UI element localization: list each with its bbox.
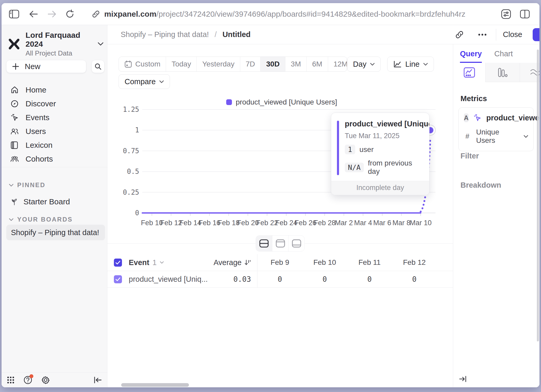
date-column-header[interactable]: Feb 12 — [392, 258, 437, 267]
sidebar-item-lexicon[interactable]: Lexicon — [6, 138, 104, 152]
pinned-section-header[interactable]: PINNED — [9, 181, 46, 189]
forward-icon[interactable] — [46, 8, 58, 20]
chevron-down-icon — [9, 184, 14, 187]
select-all-checkbox[interactable] — [114, 259, 122, 267]
date-column-header[interactable]: Feb 11 — [347, 258, 392, 267]
plus-icon — [12, 63, 19, 70]
split-view-icon[interactable] — [519, 8, 531, 20]
sidebar-item-starter-board[interactable]: Starter Board — [6, 194, 104, 209]
browser-toolbar: mixpanel.com/project/3472420/view/397469… — [2, 3, 539, 25]
apps-grid-icon[interactable] — [7, 376, 15, 384]
legend-swatch — [226, 99, 232, 105]
sidebar-item-discover[interactable]: Discover — [6, 97, 104, 111]
svg-text:Feb 22: Feb 22 — [256, 219, 278, 227]
filter-section-label: Filter — [460, 152, 479, 160]
table-header-row: Event 1 Average Feb 9 Feb 10 Feb 11 Feb … — [107, 254, 453, 271]
chevron-down-icon — [160, 261, 164, 264]
range-3m[interactable]: 3M — [285, 57, 306, 71]
more-options-icon[interactable] — [476, 33, 489, 36]
date-column-header[interactable]: Feb 10 — [302, 258, 347, 267]
vertical-scrollbar-thumb[interactable] — [537, 50, 539, 341]
address-bar[interactable]: mixpanel.com/project/3472420/view/397469… — [104, 10, 465, 19]
svg-text:Feb 26: Feb 26 — [294, 219, 316, 227]
range-30d-active[interactable]: 30D — [260, 57, 285, 71]
svg-text:Feb 24: Feb 24 — [275, 219, 297, 227]
range-6m[interactable]: 6M — [306, 57, 328, 71]
chevron-down-icon — [159, 80, 164, 83]
sidebar-item-users[interactable]: Users — [6, 124, 104, 138]
sort-icon — [244, 259, 251, 266]
your-boards-section-header[interactable]: YOUR BOARDS — [9, 216, 73, 223]
range-12m[interactable]: 12M — [328, 57, 347, 71]
granularity-dropdown[interactable]: Day — [347, 57, 381, 72]
horizontal-scrollbar-thumb[interactable] — [121, 383, 189, 387]
chart-tooltip: product_viewed [Unique Users] Tue Mar 11… — [331, 113, 429, 195]
layout-table-only-button[interactable] — [288, 236, 304, 251]
range-yesterday[interactable]: Yesterday — [196, 57, 240, 71]
search-button[interactable] — [91, 60, 104, 73]
event-column-header[interactable]: Event 1 — [122, 258, 212, 267]
legend-label: product_viewed [Unique Users] — [236, 98, 337, 106]
compare-dropdown[interactable]: Compare — [119, 74, 170, 89]
range-7d[interactable]: 7D — [240, 57, 261, 71]
project-subtitle: All Project Data — [26, 49, 93, 57]
tab-chart[interactable]: Chart — [494, 50, 513, 63]
reload-icon[interactable] — [64, 8, 76, 20]
insights-tab-active[interactable] — [453, 63, 485, 82]
svg-text:Mar 4: Mar 4 — [354, 219, 372, 227]
metric-measurement-dropdown[interactable]: Unique Users — [476, 128, 517, 145]
tab-query[interactable]: Query — [460, 50, 482, 63]
new-button[interactable]: New — [6, 60, 86, 73]
sidebar-item-cohorts[interactable]: Cohorts — [6, 152, 104, 166]
collapse-sidebar-icon[interactable] — [94, 376, 102, 384]
range-custom[interactable]: Custom — [119, 57, 166, 71]
results-table: Event 1 Average Feb 9 Feb 10 Feb 11 Feb … — [107, 254, 453, 288]
layout-toggle-group — [256, 235, 305, 252]
project-switcher[interactable]: Lord Farquaad 2024 All Project Data — [7, 31, 103, 57]
funnels-tab[interactable] — [485, 63, 520, 82]
tooltip-delta-label: from previous day — [368, 159, 422, 176]
svg-text:Feb 20: Feb 20 — [237, 219, 259, 227]
metrics-section-label: Metrics — [460, 94, 487, 103]
tooltip-value: 1 — [345, 145, 355, 154]
layout-chart-only-button[interactable] — [272, 236, 288, 251]
sidebar-divider — [2, 167, 107, 167]
date-column-header[interactable]: Feb 9 — [257, 258, 302, 267]
collapse-panel-icon[interactable] — [459, 375, 467, 383]
metric-card[interactable]: A product_viewed # Unique Users — [458, 107, 534, 151]
table-row[interactable]: product_viewed [Uniq... 0.03 0 0 0 0 — [107, 271, 453, 288]
retention-tab-partial[interactable] — [520, 63, 539, 82]
browser-sidebar-toggle-icon[interactable] — [8, 8, 20, 20]
breadcrumb-board[interactable]: Shopify – Piping that data! — [121, 30, 209, 39]
browser-extensions-icon[interactable] — [500, 8, 512, 20]
copy-link-icon[interactable] — [453, 30, 466, 39]
event-spark-icon — [473, 114, 482, 122]
home-icon — [10, 86, 19, 94]
svg-text:0.25: 0.25 — [123, 188, 139, 196]
close-button[interactable]: Close — [503, 30, 522, 39]
breadcrumb-separator: / — [215, 30, 217, 39]
save-button-partial[interactable] — [533, 28, 539, 41]
sidebar-item-shopify-board[interactable]: Shopify – Piping that data! — [6, 225, 105, 240]
average-column-header[interactable]: Average — [212, 258, 251, 267]
back-icon[interactable] — [28, 8, 39, 20]
chart-type-dropdown[interactable]: Line — [387, 57, 434, 72]
mixpanel-logo-icon — [7, 37, 21, 51]
tooltip-series-bar — [337, 121, 339, 175]
settings-gear-icon[interactable] — [41, 376, 50, 384]
row-checkbox[interactable] — [114, 275, 122, 283]
cohorts-icon — [10, 155, 19, 163]
layout-split-view-button[interactable] — [256, 236, 272, 251]
breadcrumb-page-title[interactable]: Untitled — [223, 30, 251, 39]
sidebar-item-home[interactable]: Home — [6, 83, 104, 97]
range-today[interactable]: Today — [166, 57, 196, 71]
chevron-down-icon — [9, 218, 14, 221]
help-icon[interactable] — [23, 376, 32, 384]
events-cursor-icon — [10, 113, 19, 122]
chevron-down-icon — [370, 63, 375, 66]
lexicon-book-icon — [10, 141, 19, 149]
chart-legend[interactable]: product_viewed [Unique Users] — [116, 98, 447, 106]
svg-text:Feb 28: Feb 28 — [314, 219, 336, 227]
sidebar-item-events[interactable]: Events — [6, 111, 104, 124]
svg-text:Mar 2: Mar 2 — [335, 219, 353, 227]
